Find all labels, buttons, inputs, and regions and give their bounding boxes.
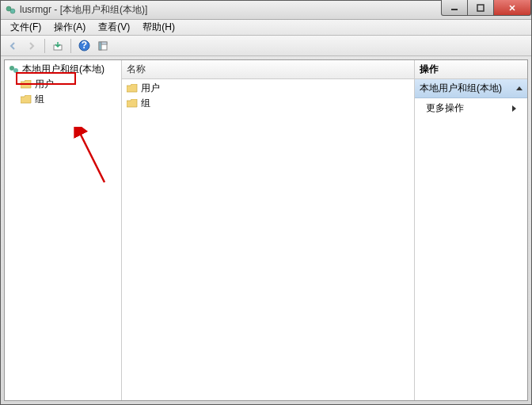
svg-rect-3 (477, 5, 484, 11)
folder-icon (21, 95, 32, 104)
action-label: 更多操作 (426, 101, 464, 115)
menu-help[interactable]: 帮助(H) (136, 19, 181, 36)
content-area: 本地用户和组(本地) 用户 组 名称 (4, 59, 528, 401)
tree: 本地用户和组(本地) 用户 组 (5, 60, 121, 109)
tree-item-users[interactable]: 用户 (6, 77, 120, 92)
view-mode-button[interactable] (94, 37, 112, 55)
export-button[interactable] (49, 37, 66, 55)
tree-item-label: 用户 (35, 78, 54, 91)
minimize-button[interactable] (441, 0, 468, 16)
tree-item-label: 组 (35, 93, 44, 106)
menu-view[interactable]: 查看(V) (92, 19, 136, 36)
submenu-arrow-icon (512, 105, 516, 112)
menu-action[interactable]: 操作(A) (48, 19, 92, 36)
svg-point-11 (13, 68, 18, 73)
folder-icon (21, 80, 32, 89)
maximize-button[interactable] (467, 0, 494, 16)
tree-item-groups[interactable]: 组 (6, 92, 120, 107)
annotation-arrow (73, 127, 112, 190)
svg-rect-9 (101, 42, 107, 44)
column-header-name[interactable]: 名称 (122, 60, 414, 79)
list-item-label: 用户 (141, 82, 160, 95)
folder-icon (127, 84, 138, 93)
list-item-label: 组 (141, 97, 150, 110)
window-controls (442, 0, 531, 16)
actions-subject-label: 本地用户和组(本地) (420, 82, 502, 95)
actions-header: 操作 (415, 60, 527, 79)
svg-text:?: ? (81, 40, 86, 51)
forward-button (23, 37, 40, 55)
help-button[interactable]: ? (75, 37, 93, 55)
users-groups-icon (8, 64, 19, 75)
back-button (4, 37, 21, 55)
collapse-icon (516, 86, 522, 90)
list-item-users[interactable]: 用户 (124, 81, 412, 96)
svg-point-1 (10, 9, 15, 13)
actions-subject[interactable]: 本地用户和组(本地) (415, 79, 527, 98)
menu-file[interactable]: 文件(F) (4, 19, 48, 36)
svg-point-10 (10, 66, 14, 71)
tree-root-label: 本地用户和组(本地) (22, 63, 104, 76)
svg-rect-2 (451, 9, 458, 10)
folder-icon (127, 99, 138, 108)
list: 用户 组 (122, 79, 414, 113)
app-window: lusrmgr - [本地用户和组(本地)] 文件(F) 操作(A) 查看(V)… (0, 0, 532, 405)
list-item-groups[interactable]: 组 (124, 96, 412, 111)
svg-line-12 (79, 132, 104, 182)
toolbar-separator (44, 39, 45, 53)
tree-root-node[interactable]: 本地用户和组(本地) (6, 62, 120, 77)
close-button[interactable] (493, 0, 531, 16)
actions-pane: 操作 本地用户和组(本地) 更多操作 (415, 60, 527, 400)
menubar: 文件(F) 操作(A) 查看(V) 帮助(H) (1, 20, 531, 36)
toolbar: ? (1, 36, 531, 56)
list-pane: 名称 用户 组 (122, 60, 415, 400)
toolbar-separator (70, 39, 71, 53)
titlebar: lusrmgr - [本地用户和组(本地)] (1, 1, 531, 20)
app-icon (4, 4, 17, 17)
tree-pane: 本地用户和组(本地) 用户 组 (5, 60, 122, 400)
action-more[interactable]: 更多操作 (415, 98, 527, 118)
